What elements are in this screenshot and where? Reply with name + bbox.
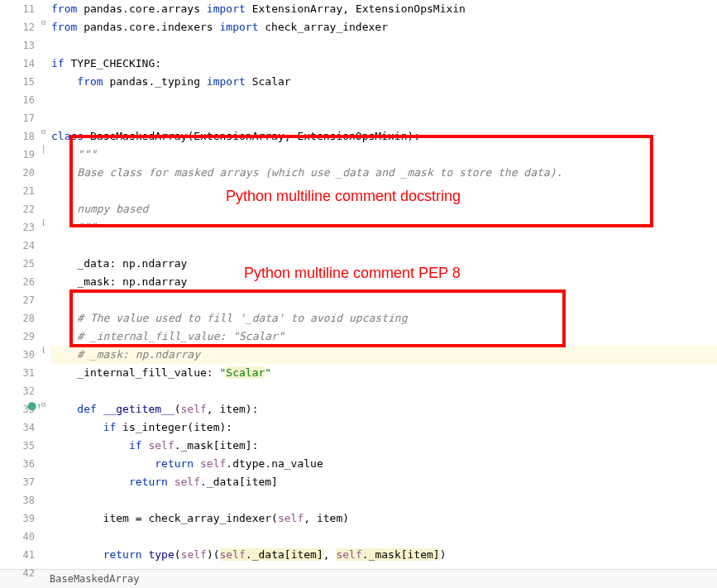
line-number: 39: [0, 509, 35, 528]
code-line[interactable]: [51, 564, 717, 582]
code-line[interactable]: _data: np.ndarray: [51, 255, 717, 273]
code-line[interactable]: [51, 291, 717, 309]
line-number: 35: [0, 437, 35, 455]
code-line[interactable]: [51, 182, 717, 200]
code-line[interactable]: [51, 237, 717, 255]
override-marker-icon[interactable]: ⬤↑: [27, 401, 41, 410]
fold-end-icon[interactable]: ⌊: [41, 218, 45, 227]
code-line[interactable]: """: [51, 146, 717, 164]
line-number: 26: [0, 273, 35, 291]
line-number: 40: [0, 528, 35, 546]
fold-minus-icon[interactable]: ⊟: [41, 127, 45, 136]
code-line[interactable]: _mask: np.ndarray: [51, 273, 717, 291]
code-line[interactable]: [51, 36, 717, 55]
line-number: 20: [0, 164, 35, 182]
fold-end-icon[interactable]: ⌊: [41, 346, 45, 354]
line-number: 11: [0, 0, 35, 18]
line-number: 25: [0, 255, 35, 273]
code-editor[interactable]: 11 12 13 14 15 16 17 18 19 20 21 22 23 2…: [0, 0, 717, 569]
fold-minus-icon[interactable]: ⊟: [41, 400, 45, 409]
line-number: 41: [0, 546, 35, 564]
code-line[interactable]: [51, 528, 717, 546]
code-line[interactable]: if TYPE_CHECKING:: [51, 55, 717, 73]
code-line[interactable]: if is_integer(item):: [51, 418, 717, 437]
line-number: 13: [0, 36, 35, 55]
line-number: 18: [0, 127, 35, 146]
code-line[interactable]: # _internal_fill_value: "Scalar": [51, 327, 717, 346]
code-line[interactable]: [51, 491, 717, 509]
line-number: 36: [0, 455, 35, 473]
code-line[interactable]: """: [51, 218, 717, 237]
line-number: 15: [0, 73, 35, 91]
code-line[interactable]: [51, 109, 717, 127]
line-number: 16: [0, 91, 35, 109]
line-number: 37: [0, 473, 35, 491]
code-line[interactable]: def __getitem__(self, item):: [51, 400, 717, 418]
code-line[interactable]: class BaseMaskedArray(ExtensionArray, Ex…: [51, 127, 717, 146]
code-line[interactable]: numpy based: [51, 200, 717, 218]
line-number: 22: [0, 200, 35, 218]
code-line[interactable]: [51, 91, 717, 109]
code-line[interactable]: return self._data[item]: [51, 473, 717, 491]
code-line[interactable]: return self.dtype.na_value: [51, 455, 717, 473]
line-number: 14: [0, 55, 35, 73]
line-number: 32: [0, 382, 35, 400]
line-number: 19: [0, 146, 35, 164]
line-number: 27: [0, 291, 35, 309]
code-line[interactable]: if self._mask[item]:: [51, 437, 717, 455]
code-line[interactable]: from pandas.core.arrays import Extension…: [51, 0, 717, 18]
line-number: 12: [0, 18, 35, 36]
code-line[interactable]: from pandas._typing import Scalar: [51, 73, 717, 91]
code-content[interactable]: from pandas.core.arrays import Extension…: [51, 0, 717, 569]
line-number: 42: [0, 564, 35, 582]
line-number: 38: [0, 491, 35, 509]
line-number: 17: [0, 109, 35, 127]
fold-column[interactable]: ⊟ ⊟ │ ⌊ ⌊ ⊟: [41, 0, 51, 569]
line-number: 24: [0, 237, 35, 255]
code-line[interactable]: _internal_fill_value: "Scalar": [51, 364, 717, 382]
code-line[interactable]: # _mask: np.ndarray: [51, 346, 717, 364]
line-number: 31: [0, 364, 35, 382]
line-number: 28: [0, 309, 35, 327]
code-line[interactable]: item = check_array_indexer(self, item): [51, 509, 717, 528]
line-number-gutter: 11 12 13 14 15 16 17 18 19 20 21 22 23 2…: [0, 0, 41, 569]
code-line[interactable]: return type(self)(self._data[item], self…: [51, 546, 717, 564]
code-line[interactable]: # The value used to fill '_data' to avoi…: [51, 309, 717, 327]
code-line[interactable]: from pandas.core.indexers import check_a…: [51, 18, 717, 36]
line-number: 21: [0, 182, 35, 200]
fold-minus-icon[interactable]: ⊟: [41, 18, 45, 26]
fold-marker-icon[interactable]: │: [41, 146, 45, 154]
line-number: 29: [0, 327, 35, 346]
code-line[interactable]: [51, 382, 717, 400]
line-number: 30: [0, 346, 35, 364]
code-line[interactable]: Base class for masked arrays (which use …: [51, 164, 717, 182]
line-number: 23: [0, 218, 35, 237]
line-number: 34: [0, 418, 35, 437]
